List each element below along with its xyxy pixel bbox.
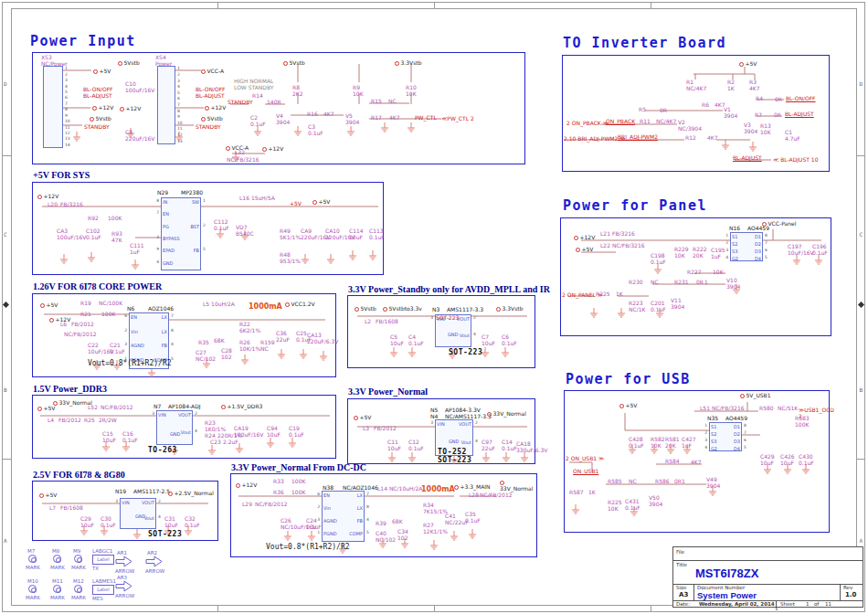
schematic-label: R581 20K	[665, 437, 680, 449]
schematic-label: CA18 330uF/6.3V	[516, 441, 547, 453]
titleblock-divider	[693, 584, 694, 600]
schematic-label: C4 0.1uF	[408, 334, 424, 346]
schematic-label: C28 102	[221, 348, 232, 360]
section-title-2v5: 2.5V FOR 6I78 & 8G80	[33, 470, 125, 480]
schematic-label: C12 0.1uF	[408, 439, 424, 451]
schematic-label: AOZ1046	[148, 306, 174, 312]
schematic-label: C113 0.1uF	[369, 228, 385, 240]
schematic-label: R21	[80, 312, 91, 318]
title-label: Title	[676, 562, 687, 567]
connector-pin-number: 1	[65, 67, 68, 71]
schematic-label: 0R	[774, 112, 781, 119]
ic-pin-name: FB	[149, 344, 167, 348]
titleblock-divider	[776, 600, 777, 609]
ic-pin-name: EN	[131, 315, 137, 320]
schematic-label: R580	[759, 406, 774, 412]
schematic-label: R13 10K	[760, 123, 771, 135]
schematic-label: 1K	[588, 490, 596, 496]
ic-pin-number: 2	[722, 241, 728, 246]
frame-inner-left	[11, 8, 12, 606]
schematic-label: BL-ADJUST	[785, 111, 814, 118]
ic-pin-name: D2	[722, 432, 740, 437]
schematic-label: FB/1608	[60, 505, 83, 512]
schematic-page: 1 File Title MST6I78ZX Size A3 Document …	[0, 0, 868, 614]
schematic-label: C34 102	[397, 529, 408, 541]
ic-pin-number: 6	[765, 249, 767, 253]
schematic-label: 5Vstb	[118, 60, 140, 67]
ic-pin-number: 2	[203, 224, 206, 228]
arrow-icon	[115, 580, 133, 592]
ic-pin-number: 1	[701, 424, 707, 429]
schematic-label: 100K	[291, 490, 305, 496]
ic-pin-name: S2	[711, 432, 716, 437]
mark-caption: MARK	[26, 595, 40, 600]
schematic-label: GND	[135, 514, 145, 520]
mark-name-M10: M10	[27, 578, 38, 584]
schematic-label: C5 10uF	[390, 334, 404, 346]
schematic-label: L22	[600, 243, 610, 249]
schematic-label: 0R	[660, 108, 667, 114]
ic-pin-name: FB	[181, 249, 199, 253]
schematic-label: V4 3904	[276, 113, 290, 125]
schematic-label: 33V_Normal	[500, 480, 536, 492]
connector-pin-number: 6	[65, 96, 68, 101]
schematic-label: C36 22uF	[276, 331, 290, 343]
schematic-label: R16	[307, 111, 318, 118]
schematic-label: C16 0.1uF	[122, 431, 138, 443]
ic-pin-number: 3	[427, 316, 433, 321]
ic-pin-name: LX	[344, 506, 363, 511]
schematic-label: L20	[48, 202, 58, 208]
mark-caption: MARK	[71, 565, 86, 570]
titleblock-divider	[673, 560, 863, 561]
frame-tick	[434, 605, 435, 612]
frame-tick	[856, 459, 865, 460]
schematic-label: NC/FB/3216	[227, 157, 259, 164]
frame-outer-right	[864, 2, 865, 612]
schematic-label: C2 0.1uF	[250, 115, 266, 127]
ic-pin-number: 8	[744, 424, 746, 429]
connector-pin-number: 3	[65, 79, 68, 83]
schematic-label: 1	[682, 479, 685, 485]
label-symbol-name-LABGC1: LABGC1	[92, 548, 112, 554]
schematic-label: R583 100K	[795, 416, 810, 428]
schematic-label: C198 0.1uF	[651, 253, 666, 265]
schematic-label: 2 ON_PBACK ≫	[566, 121, 609, 127]
schematic-label: Vout=0.8*(R1+R2)/R2	[266, 544, 350, 552]
ic-pin-number: 2	[158, 500, 161, 504]
schematic-label: C21 0.1uF	[110, 343, 125, 355]
schematic-label: 68K	[392, 519, 403, 525]
schematic-label: 4K7	[691, 460, 702, 466]
section-title-1v26-core: 1.26V FOR 6I78 CORE POWER	[33, 281, 162, 291]
schematic-label: 4K7	[389, 115, 400, 122]
ic-pin-number: 9	[153, 248, 159, 252]
schematic-label: C428 0.1uF	[629, 437, 644, 449]
ic-pin-number: 1	[203, 199, 206, 204]
schematic-label: C11 10uF	[387, 439, 401, 451]
schematic-label: +5V	[290, 201, 302, 207]
ic-pin-number: 4	[153, 260, 159, 265]
label-symbol-box: Label	[92, 555, 114, 565]
ic-pin-name: D4	[722, 447, 740, 451]
schematic-label: 1000mA	[249, 303, 282, 312]
doc-number-value: System Power	[697, 590, 757, 600]
schematic-label: +5V	[739, 61, 757, 68]
schematic-label: R48 953/1%	[280, 252, 301, 264]
schematic-label: L16 15uH/5A	[239, 196, 275, 202]
schematic-label: NC/FB/3216	[612, 243, 645, 249]
schematic-label: R4	[756, 96, 763, 102]
section-title-power-usb: Power for USB	[566, 371, 691, 387]
schematic-label: Vout=0.8*(R1+R2)/R2	[88, 360, 172, 368]
schematic-label: 5Vstbto3.3v	[383, 306, 422, 312]
ic-pin-number: 8	[153, 199, 159, 204]
schematic-label: L5 10uH/2A	[203, 302, 235, 308]
schematic-label: R19	[80, 301, 91, 307]
schematic-label: VCC-A	[201, 69, 224, 75]
schematic-label: L28	[469, 492, 479, 499]
ic-pin-number: 4	[366, 518, 369, 523]
ic-pin-number: 6	[313, 492, 320, 497]
schematic-label: R3 4K7	[749, 79, 760, 91]
ic-pin-number: 4	[701, 446, 707, 450]
section-title-power-input: Power Input	[30, 33, 136, 49]
schematic-label: C195 1uF	[711, 248, 725, 259]
schematic-label: +3.3_MAIN	[454, 484, 491, 491]
